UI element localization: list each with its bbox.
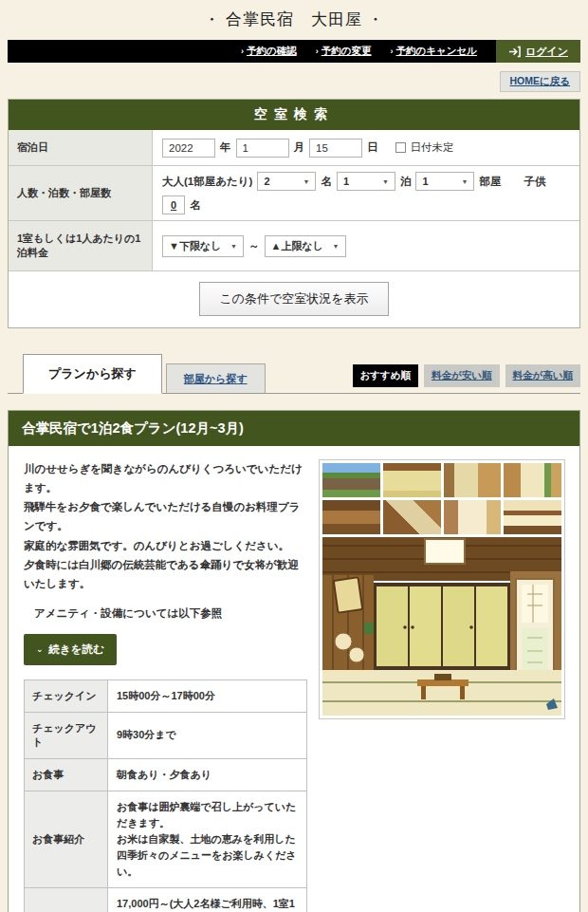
gallery-thumb-ceiling[interactable] xyxy=(383,500,441,534)
login-button[interactable]: ログイン xyxy=(496,40,580,63)
chevron-right-icon: › xyxy=(241,47,244,56)
date-undecided-checkbox[interactable] xyxy=(395,142,406,153)
rooms-unit: 部屋 xyxy=(479,175,501,189)
nav-link-label: 予約のキャンセル xyxy=(395,45,476,58)
sort-price-low-button[interactable]: 料金が安い順 xyxy=(424,364,500,387)
year-unit: 年 xyxy=(220,140,231,155)
home-button[interactable]: HOMEに戻る xyxy=(500,71,581,92)
budget-tilde: ～ xyxy=(248,239,260,253)
plan-detail-value: 9時30分まで xyxy=(108,712,307,758)
plan-details-table: チェックイン15時00分～17時00分チェックアウト9時30分までお食事朝食あり… xyxy=(24,679,307,912)
gallery-thumb-exterior[interactable] xyxy=(322,463,380,497)
gallery-thumb-wood-interior[interactable] xyxy=(322,500,380,534)
chevron-down-icon: ▼ xyxy=(333,243,340,250)
gallery-thumb-tatami-room[interactable] xyxy=(383,463,441,497)
month-unit: 月 xyxy=(294,140,305,155)
read-more-button[interactable]: ⌄ 続きを読む xyxy=(24,634,117,665)
nights-select[interactable]: 1▼ xyxy=(337,172,395,191)
page-title: ・ 合掌民宿 大田屋 ・ xyxy=(8,0,580,30)
child-label: 子供 xyxy=(524,175,545,189)
rooms-select[interactable]: 1▼ xyxy=(415,172,474,191)
plan-detail-row: お食事朝食あり・夕食あり xyxy=(25,758,307,791)
nav-link-0[interactable]: ›予約の確認 xyxy=(241,40,297,63)
adult-unit: 名 xyxy=(321,175,332,189)
adult-count-select[interactable]: 2▼ xyxy=(257,172,316,191)
chevron-down-icon: ▼ xyxy=(382,178,389,185)
chevron-right-icon: › xyxy=(316,47,319,56)
guests-row: 人数・泊数・部屋数 大人(1部屋あたり) 2▼ 名 1▼ 泊 1▼ 部屋 子供 … xyxy=(9,166,579,221)
gallery-thumb-hall[interactable] xyxy=(444,500,502,534)
plan-detail-label: 料金 xyxy=(25,888,108,912)
child-count-field[interactable]: 0 xyxy=(162,195,185,214)
nav-link-1[interactable]: ›予約の変更 xyxy=(316,40,372,63)
nav-link-2[interactable]: ›予約のキャンセル xyxy=(390,40,476,63)
month-input[interactable] xyxy=(236,139,289,158)
budget-row: 1室もしくは1人あたりの1泊料金 ▼下限なし▼ ～ ▲上限なし▼ xyxy=(9,221,579,271)
plan-description-line: 家庭的な雰囲気です。のんびりとお過ごしください。 xyxy=(24,536,307,555)
chevron-down-icon: ⌄ xyxy=(36,644,44,654)
plan-detail-row: チェックイン15時00分～17時00分 xyxy=(25,679,307,712)
sort-recommended-button[interactable]: おすすめ順 xyxy=(353,364,418,387)
nav-link-label: 予約の変更 xyxy=(322,45,372,58)
plan-description-line: 飛騨牛をお夕食で楽しんでいただける自慢のお料理プランです。 xyxy=(24,497,307,535)
top-navbar: ›予約の確認›予約の変更›予約のキャンセル ログイン xyxy=(8,40,580,63)
sort-price-high-button[interactable]: 料金が高い順 xyxy=(505,364,581,387)
adult-label: 大人(1部屋あたり) xyxy=(162,175,252,189)
plan-description-line: 川のせせらぎを聞きながらのんびりくつろいでいただけます。 xyxy=(24,459,307,497)
plan-detail-value: 17,000円～(大人2名様ご利用時、1室1名様あたり) ※料金は消費税込み価格… xyxy=(108,888,307,912)
gallery-thumb-beams[interactable] xyxy=(504,500,561,534)
gallery-thumb-room-window[interactable] xyxy=(504,463,561,497)
stay-date-fields: 年 月 日 日付未定 xyxy=(153,130,579,165)
stay-date-label: 宿泊日 xyxy=(9,130,153,165)
show-vacancy-button[interactable]: この条件で空室状況を表示 xyxy=(199,282,388,316)
gallery-thumb-room-interior[interactable] xyxy=(444,463,502,497)
plan-title: 合掌民宿で1泊2食プラン(12月~3月) xyxy=(9,411,579,446)
chevron-down-icon: ▼ xyxy=(230,243,237,250)
nav-link-label: 予約の確認 xyxy=(247,45,297,58)
login-label: ログイン xyxy=(525,45,568,59)
budget-max-select[interactable]: ▲上限なし▼ xyxy=(265,235,346,257)
tab-search-by-plan[interactable]: プランから探す xyxy=(23,354,162,394)
gallery-main-photo[interactable] xyxy=(322,537,561,716)
plan-detail-row: 料金17,000円～(大人2名様ご利用時、1室1名様あたり) ※料金は消費税込み… xyxy=(25,888,307,912)
plan-detail-value: 朝食あり・夕食あり xyxy=(108,758,307,791)
budget-fields: ▼下限なし▼ ～ ▲上限なし▼ xyxy=(153,221,579,270)
guests-label: 人数・泊数・部屋数 xyxy=(9,166,153,220)
budget-label: 1室もしくは1人あたりの1泊料金 xyxy=(9,221,153,270)
plan-detail-row: チェックアウト9時30分まで xyxy=(25,712,307,758)
date-undecided-label: 日付未定 xyxy=(411,140,454,155)
child-unit: 名 xyxy=(190,198,201,213)
photo-gallery xyxy=(319,459,565,719)
sort-group: おすすめ順 料金が安い順 料金が高い順 xyxy=(353,364,580,393)
plan-detail-label: お食事紹介 xyxy=(25,791,108,887)
plan-left-column: 川のせせらぎを聞きながらのんびりくつろいでいただけます。飛騨牛をお夕食で楽しんで… xyxy=(24,459,307,912)
nights-unit: 泊 xyxy=(400,175,412,189)
plan-detail-label: お食事 xyxy=(25,758,108,791)
tabs-row: プランから探す 部屋から探す おすすめ順 料金が安い順 料金が高い順 xyxy=(8,354,580,394)
budget-min-select[interactable]: ▼下限なし▼ xyxy=(162,235,244,257)
vacancy-search-panel: 空室検索 宿泊日 年 月 日 日付未定 人数・泊数・部屋数 大人(1部屋あたり)… xyxy=(8,99,580,328)
guests-fields: 大人(1部屋あたり) 2▼ 名 1▼ 泊 1▼ 部屋 子供 0 名 xyxy=(153,166,579,220)
plan-body: 川のせせらぎを聞きながらのんびりくつろいでいただけます。飛騨牛をお夕食で楽しんで… xyxy=(9,446,579,912)
tatami-room-photo xyxy=(322,537,561,716)
thumbnail-grid xyxy=(322,463,561,534)
amenity-note: アメニティ・設備については以下参照 xyxy=(24,606,307,621)
plan-detail-value: お食事は囲炉裏端で召し上がっていただきます。 お米は自家製、土地の恵みを利用した… xyxy=(108,791,307,887)
plan-description: 川のせせらぎを聞きながらのんびりくつろいでいただけます。飛騨牛をお夕食で楽しんで… xyxy=(24,459,307,593)
submit-row: この条件で空室状況を表示 xyxy=(9,271,579,327)
chevron-right-icon: › xyxy=(390,47,393,56)
year-input[interactable] xyxy=(162,139,215,158)
login-arrow-icon xyxy=(508,46,521,58)
day-unit: 日 xyxy=(367,140,378,155)
nav-links: ›予約の確認›予約の変更›予約のキャンセル xyxy=(241,40,496,63)
chevron-down-icon: ▼ xyxy=(461,178,468,185)
plan-detail-label: チェックイン xyxy=(25,679,108,712)
plan-detail-row: お食事紹介お食事は囲炉裏端で召し上がっていただきます。 お米は自家製、土地の恵み… xyxy=(25,791,307,887)
tab-search-by-room[interactable]: 部屋から探す xyxy=(166,363,266,393)
plan-detail-value: 15時00分～17時00分 xyxy=(108,679,307,712)
plan-detail-label: チェックアウト xyxy=(25,712,108,758)
page-container: ・ 合掌民宿 大田屋 ・ ›予約の確認›予約の変更›予約のキャンセル ログイン … xyxy=(8,0,580,912)
plan-description-line: 夕食時には白川郷の伝統芸能である傘踊りで女将が歓迎いたします。 xyxy=(24,555,307,593)
plan-box: 合掌民宿で1泊2食プラン(12月~3月) 川のせせらぎを聞きながらのんびりくつろ… xyxy=(8,410,580,912)
day-input[interactable] xyxy=(309,139,362,158)
